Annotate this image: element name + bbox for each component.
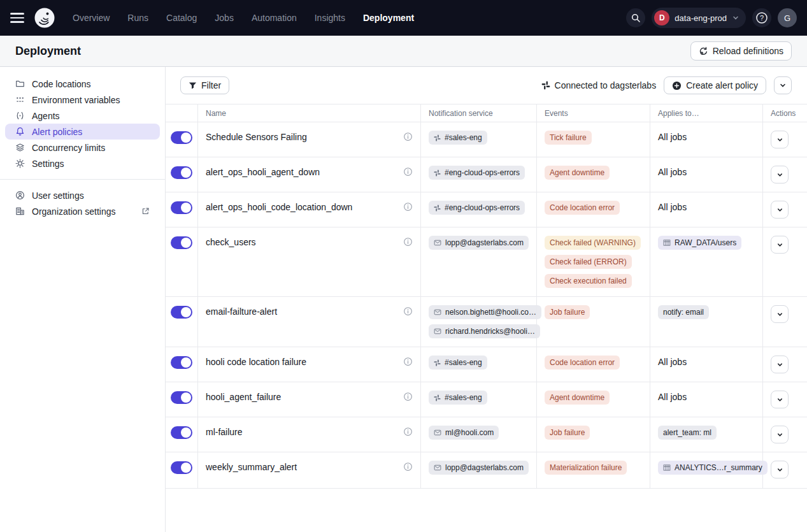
table-row: alert_ops_hooli_code_location_down #eng-… (166, 192, 807, 227)
info-icon[interactable] (403, 392, 413, 401)
email-icon (434, 464, 441, 471)
reload-definitions-button[interactable]: Reload definitions (690, 41, 792, 61)
create-alert-policy-button[interactable]: Create alert policy (664, 76, 766, 94)
info-icon[interactable] (403, 167, 413, 176)
col-applies-to: Applies to… (650, 104, 762, 122)
alert-enabled-toggle[interactable] (171, 391, 192, 404)
settings-sidebar: Code locations Environment variables Age… (0, 67, 166, 532)
chevron-down-icon (776, 361, 783, 368)
alert-name: Schedule Sensors Failing (206, 131, 307, 142)
asset-badge: ANALYTICS…r_summary (658, 461, 768, 475)
sidebar-item-environment-variables[interactable]: Environment variables (5, 92, 160, 108)
row-actions-button[interactable] (771, 131, 789, 148)
sidebar-item-settings[interactable]: Settings (5, 155, 160, 171)
sidebar-item-label: Concurrency limits (32, 143, 105, 153)
reload-icon (699, 47, 708, 56)
applies-to-value: All jobs (658, 391, 687, 402)
alert-name: hooli_agent_failure (206, 391, 281, 402)
info-icon[interactable] (403, 306, 413, 316)
alert-enabled-toggle[interactable] (171, 236, 192, 249)
row-actions-button[interactable] (771, 201, 789, 219)
alert-enabled-toggle[interactable] (171, 166, 192, 179)
row-actions-button[interactable] (771, 166, 789, 183)
col-toggle (166, 104, 197, 122)
sidebar-item-user-settings[interactable]: User settings (5, 187, 160, 203)
filter-icon (189, 82, 197, 90)
slack-icon (434, 205, 441, 212)
nav-link-jobs[interactable]: Jobs (215, 13, 234, 23)
nav-link-catalog[interactable]: Catalog (166, 13, 197, 23)
alert-enabled-toggle[interactable] (171, 356, 192, 369)
info-icon[interactable] (403, 237, 413, 247)
nav-link-runs[interactable]: Runs (127, 13, 148, 23)
connected-label: Connected to dagsterlabs (555, 80, 657, 90)
chevron-down-icon (776, 206, 783, 213)
plus-circle-icon (672, 81, 682, 90)
info-icon[interactable] (403, 202, 413, 212)
alert-enabled-toggle[interactable] (171, 201, 192, 214)
nav-link-deployment[interactable]: Deployment (363, 13, 414, 23)
alert-enabled-toggle[interactable] (171, 426, 192, 439)
info-icon[interactable] (403, 462, 413, 471)
gear-icon (15, 159, 25, 169)
slack-icon (434, 169, 441, 176)
email-icon (434, 239, 441, 247)
event-badge: Code location error (545, 201, 620, 215)
table-row: weekly_summary_alert lopp@dagsterlabs.co… (166, 452, 807, 489)
info-icon[interactable] (403, 427, 413, 436)
info-icon[interactable] (403, 132, 413, 141)
sidebar-item-label: Code locations (32, 79, 91, 89)
row-actions-button[interactable] (771, 305, 789, 323)
chevron-down-icon (776, 311, 783, 318)
event-badge: Check failed (WARNING) (545, 236, 641, 250)
info-icon[interactable] (403, 357, 413, 366)
alert-name: weekly_summary_alert (206, 461, 297, 472)
chevron-down-icon (776, 431, 783, 438)
chevron-down-icon (732, 14, 739, 22)
notification-badge: #sales-eng (429, 391, 487, 405)
user-circle-icon (15, 191, 25, 201)
svg-text:?: ? (760, 14, 764, 22)
event-badge: Agent downtime (545, 166, 610, 180)
page-title: Deployment (15, 45, 81, 58)
chevron-down-icon (776, 241, 783, 248)
nav-link-insights[interactable]: Insights (315, 13, 345, 23)
connected-status: Connected to dagsterlabs (541, 80, 657, 90)
alert-enabled-toggle[interactable] (171, 461, 192, 474)
row-actions-button[interactable] (771, 426, 789, 443)
notification-badge: lopp@dagsterlabs.com (429, 236, 529, 250)
row-actions-button[interactable] (771, 461, 789, 478)
alert-enabled-toggle[interactable] (171, 131, 192, 144)
alert-name: check_users (206, 236, 256, 247)
hamburger-menu-icon[interactable] (10, 13, 24, 22)
row-actions-button[interactable] (771, 356, 789, 373)
help-icon[interactable]: ? (752, 8, 771, 27)
event-badge: Job failure (545, 426, 590, 440)
col-events: Events (536, 104, 650, 122)
workspace-switcher[interactable]: D data-eng-prod (652, 8, 746, 28)
sidebar-item-code-locations[interactable]: Code locations (5, 76, 160, 92)
slack-icon (434, 394, 441, 401)
nav-link-automation[interactable]: Automation (252, 13, 297, 23)
search-icon[interactable] (626, 8, 645, 27)
env-vars-icon (15, 95, 25, 105)
workspace-badge: D (654, 10, 669, 25)
event-badge: Check execution failed (545, 274, 632, 288)
row-actions-button[interactable] (771, 236, 789, 254)
alert-name: email-failture-alert (206, 305, 277, 317)
user-avatar[interactable]: G (778, 8, 797, 27)
agents-icon (15, 111, 25, 121)
nav-link-overview[interactable]: Overview (73, 13, 110, 23)
sidebar-item-alert-policies[interactable]: Alert policies (5, 124, 160, 140)
sidebar-item-organization-settings[interactable]: Organization settings (5, 203, 160, 219)
alert-name: hooli code location failure (206, 356, 306, 367)
sidebar-item-concurrency-limits[interactable]: Concurrency limits (5, 140, 160, 155)
tag-badge: alert_team: ml (658, 426, 717, 440)
more-options-button[interactable] (774, 76, 792, 94)
alert-enabled-toggle[interactable] (171, 306, 192, 319)
sidebar-item-agents[interactable]: Agents (5, 108, 160, 124)
filter-button[interactable]: Filter (180, 76, 229, 94)
row-actions-button[interactable] (771, 391, 789, 408)
sidebar-item-label: User settings (32, 191, 84, 201)
tag-badge: notify: email (658, 305, 709, 319)
